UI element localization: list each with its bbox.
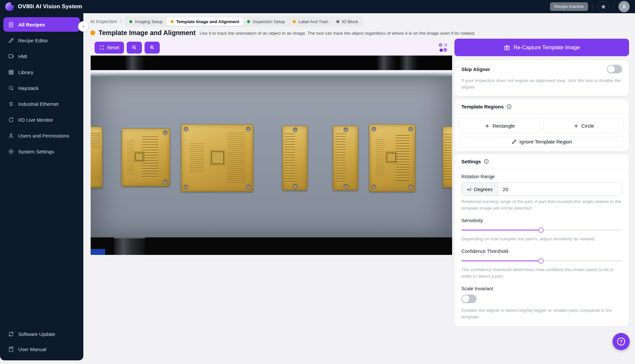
sidebar-item-label: Industrial Ethernet: [18, 101, 59, 107]
pencil-icon: [8, 37, 14, 44]
zoom-in-button[interactable]: [145, 42, 160, 54]
step-pills: Imaging Setup Template Image and Alignme…: [124, 16, 363, 27]
zoom-out-button[interactable]: [127, 42, 142, 54]
sidebar-item-label: Haystack: [18, 85, 39, 91]
sidebar-item-system-settings[interactable]: System Settings: [3, 144, 80, 159]
confidence-threshold-slider[interactable]: [461, 258, 622, 264]
ignore-template-region-button[interactable]: Ignore Template Region: [459, 137, 624, 147]
pcb-part: [181, 124, 253, 192]
sidebar-item-label: System Settings: [18, 149, 54, 154]
sidebar-item-industrial-ethernet[interactable]: Industrial Ethernet: [3, 97, 80, 111]
panel-divider: [454, 331, 629, 331]
scale-invariant-toggle[interactable]: [461, 295, 477, 303]
breadcrumb-root[interactable]: AI Inspection: [90, 19, 117, 24]
sidebar-item-label: Users and Permissions: [18, 133, 69, 139]
sensitivity-slider[interactable]: [461, 227, 622, 233]
sidebar-item-users-permissions[interactable]: Users and Permissions: [3, 128, 80, 143]
reset-label: Reset: [107, 45, 119, 50]
sidebar-collapse-button[interactable]: ‹: [78, 21, 89, 32]
sidebar-item-all-recipes[interactable]: All Recipes: [3, 17, 80, 32]
sidebar-item-haystack[interactable]: Haystack: [3, 81, 80, 95]
breadcrumb: AI Inspection / Imaging Setup Template I…: [90, 16, 363, 27]
slider-thumb[interactable]: [538, 227, 544, 233]
info-icon[interactable]: [506, 104, 512, 109]
user-avatar-button[interactable]: [618, 1, 630, 12]
sidebar-item-label: Recipe Editor: [18, 38, 48, 43]
person-icon: [621, 4, 627, 10]
help-button[interactable]: ?: [613, 333, 630, 350]
step-label: Template Image and Alignment: [176, 19, 239, 24]
reset-view-button[interactable]: Reset: [95, 42, 124, 54]
viewer-toolbar: Reset: [91, 39, 452, 56]
step-template-image-alignment[interactable]: Template Image and Alignment: [167, 17, 243, 26]
plus-icon: [485, 123, 490, 129]
sidebar-item-software-update[interactable]: Software Update: [3, 327, 80, 341]
app-logo-icon: [5, 2, 14, 11]
sidebar-item-user-manual[interactable]: User Manual: [3, 342, 80, 356]
confidence-threshold-label: Confidence Threshold: [461, 249, 622, 254]
camera-icon: [504, 44, 510, 51]
status-dot: [293, 20, 296, 23]
sensitivity-label: Sensitivity: [461, 218, 622, 223]
add-circle-region-button[interactable]: Circle: [543, 118, 624, 133]
refresh-icon: [8, 331, 14, 337]
question-mark-icon: ?: [617, 338, 625, 345]
status-dot: [171, 20, 174, 23]
sidebar-item-library[interactable]: Library: [3, 65, 80, 79]
machine-detail: [91, 249, 105, 255]
slider-thumb[interactable]: [538, 258, 544, 263]
circle-label: Circle: [581, 123, 594, 129]
zoom-out-icon: [131, 45, 137, 50]
breadcrumb-separator: /: [120, 19, 121, 24]
user-icon: [8, 133, 14, 139]
rectangle-label: Rectangle: [492, 123, 515, 129]
skip-aligner-description: If your inspection does not require an a…: [461, 77, 622, 91]
pattern-dots-icon: [439, 43, 447, 52]
sidebar-item-hmi[interactable]: HMI: [3, 49, 80, 63]
add-rectangle-region-button[interactable]: Rectangle: [459, 118, 540, 133]
fit-view-icon: [99, 45, 105, 50]
skip-aligner-toggle[interactable]: [607, 65, 622, 73]
step-io-block[interactable]: IO Block: [332, 17, 362, 26]
settings-title: Settings: [461, 159, 481, 164]
loop-arrow-icon: [8, 117, 14, 123]
page-title-status-dot: [90, 30, 95, 35]
zoom-in-icon: [149, 45, 155, 50]
app-title: OV80i AI Vision System: [18, 3, 82, 10]
step-label: Imaging Setup: [135, 19, 163, 24]
step-imaging-setup[interactable]: Imaging Setup: [125, 17, 167, 26]
step-label: Inspection Setup: [253, 19, 285, 24]
step-inspection-setup[interactable]: Inspection Setup: [243, 17, 289, 26]
step-label: IO Block: [342, 19, 358, 24]
rotation-range-input[interactable]: [498, 183, 622, 195]
sidebar-item-io-live-monitor[interactable]: I/O Live Monitor: [3, 112, 80, 127]
theme-toggle-button[interactable]: [598, 1, 609, 12]
rotation-range-label: Rotation Range: [461, 174, 622, 179]
scale-invariant-label: Scale Invariant: [461, 286, 622, 291]
info-icon[interactable]: [484, 159, 489, 164]
step-label: Label And Train: [298, 19, 328, 24]
confidence-threshold-description: The confidence threshold determines how …: [461, 266, 622, 280]
sidebar-item-label: HMI: [18, 54, 27, 59]
skip-aligner-card: Skip Aligner If your inspection does not…: [454, 60, 629, 96]
step-label-and-train[interactable]: Label And Train: [289, 17, 332, 26]
sidebar-item-recipe-editor[interactable]: Recipe Editor: [3, 33, 80, 48]
template-image-viewer[interactable]: [91, 56, 452, 255]
alignment-settings-panel: Re-Capture Template Image Skip Aligner I…: [454, 39, 629, 331]
grid-table-icon: [8, 69, 14, 75]
scale-invariant-description: Enables the aligner to detect slightly b…: [461, 307, 622, 320]
settings-card: Settings Rotation Range +/- Degrees Rota…: [454, 154, 629, 327]
machine-rail: [125, 56, 146, 72]
status-dot: [336, 20, 339, 23]
main-content: AI Inspection / Imaging Setup Template I…: [83, 13, 635, 364]
sidebar-nav: All Recipes Recipe Editor HMI Library: [0, 0, 83, 360]
machine-edge: [91, 70, 452, 77]
sidebar-item-label: I/O Live Monitor: [18, 117, 53, 123]
recapture-template-button[interactable]: Re-Capture Template Image: [454, 39, 629, 56]
plus-icon: [573, 123, 579, 129]
search-icon: [8, 85, 14, 91]
pen-icon: [512, 139, 517, 144]
machine-rail: [377, 56, 396, 72]
rotation-range-prefix: +/- Degrees: [462, 183, 498, 195]
pcb-part: [91, 127, 103, 188]
